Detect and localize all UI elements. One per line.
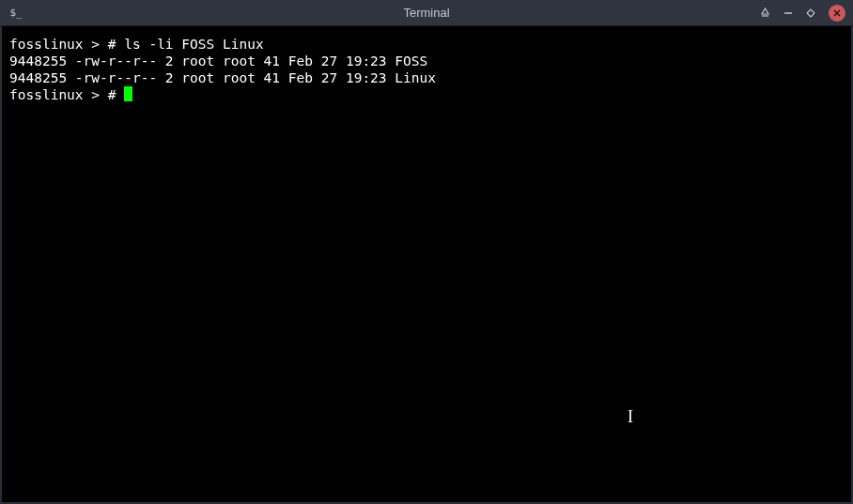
close-button[interactable] bbox=[829, 5, 845, 22]
command-text: ls -li FOSS Linux bbox=[124, 37, 263, 52]
terminal-line: 9448255 -rw-r--r-- 2 root root 41 Feb 27… bbox=[9, 69, 844, 86]
terminal-app-icon: $_ bbox=[8, 6, 24, 21]
output-text: 9448255 -rw-r--r-- 2 root root 41 Feb 27… bbox=[9, 53, 427, 69]
terminal-cursor bbox=[124, 86, 132, 101]
shell-prompt: fosslinux > # bbox=[9, 37, 124, 52]
window-title: Terminal bbox=[403, 6, 449, 20]
text-cursor-icon: I bbox=[628, 406, 633, 428]
titlebar[interactable]: $_ Terminal bbox=[0, 0, 853, 26]
keep-on-top-button[interactable] bbox=[760, 8, 770, 18]
terminal-line: fosslinux > # bbox=[9, 86, 844, 103]
maximize-button[interactable] bbox=[806, 8, 815, 18]
shell-prompt: fosslinux > # bbox=[9, 87, 124, 102]
minimize-button[interactable] bbox=[783, 8, 793, 18]
window-controls bbox=[760, 5, 845, 22]
terminal-body[interactable]: fosslinux > # ls -li FOSS Linux 9448255 … bbox=[2, 26, 851, 502]
output-text: 9448255 -rw-r--r-- 2 root root 41 Feb 27… bbox=[9, 70, 436, 85]
terminal-line: 9448255 -rw-r--r-- 2 root root 41 Feb 27… bbox=[9, 53, 844, 69]
terminal-line: fosslinux > # ls -li FOSS Linux bbox=[9, 36, 844, 53]
terminal-window: $_ Terminal bbox=[0, 0, 853, 504]
